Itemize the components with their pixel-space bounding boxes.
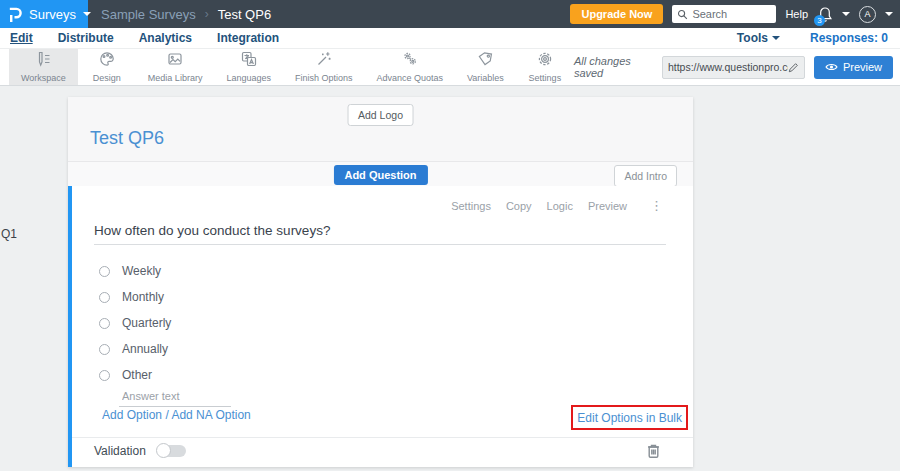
chevron-down-icon[interactable]: [885, 12, 893, 16]
red-highlight-box: Edit Options in Bulk: [571, 405, 688, 430]
toolbar-items: Workspace Design Media Library: [9, 49, 574, 85]
answer-option-row: Quarterly: [99, 316, 171, 330]
toolbar-item-label: Workspace: [21, 73, 66, 83]
add-question-row: Add Question Add Intro: [68, 161, 693, 186]
toolbar-item-label: Languages: [226, 73, 271, 83]
question-settings-link[interactable]: Settings: [451, 200, 491, 212]
tab-edit[interactable]: Edit: [10, 31, 33, 45]
nav-right: Tools Responses: 0: [737, 31, 888, 45]
add-question-button[interactable]: Add Question: [333, 165, 427, 185]
question-text-underline: [94, 244, 666, 245]
question-footer-divider: [72, 437, 693, 438]
answer-option-row: Weekly: [99, 264, 161, 278]
topbar-right: Upgrade Now Help 3 A: [570, 4, 900, 24]
breadcrumb: Sample Surveys › Test QP6: [101, 7, 271, 22]
workspace-icon: [35, 51, 51, 71]
delete-question-button[interactable]: [647, 443, 660, 458]
toolbar-item-finish-options[interactable]: Finish Options: [283, 49, 365, 85]
tab-distribute[interactable]: Distribute: [58, 31, 114, 45]
trash-icon: [647, 443, 660, 458]
tab-analytics[interactable]: Analytics: [139, 31, 192, 45]
answer-option-row: Monthly: [99, 290, 164, 304]
question-number-label: Q1: [1, 227, 17, 241]
radio-button[interactable]: [99, 292, 110, 303]
toolbar-item-label: Advance Quotas: [376, 73, 443, 83]
nav-row: Edit Distribute Analytics Integration To…: [0, 28, 900, 48]
toolbar-item-settings[interactable]: Settings: [516, 49, 574, 85]
search-box[interactable]: [672, 5, 776, 23]
translate-icon: [241, 51, 257, 71]
toolbar-item-label: Media Library: [148, 73, 203, 83]
breadcrumb-parent[interactable]: Sample Surveys: [101, 7, 196, 22]
toolbar-item-label: Finish Options: [295, 73, 353, 83]
toolbar-right: All changes saved Preview: [574, 49, 893, 85]
tools-menu-label: Tools: [737, 31, 768, 45]
other-answer-input[interactable]: [119, 388, 231, 407]
magic-wand-icon: [316, 51, 332, 71]
option-label[interactable]: Weekly: [122, 264, 161, 278]
breadcrumb-current: Test QP6: [218, 7, 271, 22]
preview-button[interactable]: Preview: [814, 56, 893, 79]
notification-count-badge: 3: [814, 15, 825, 26]
search-input[interactable]: [692, 8, 771, 20]
survey-url-box[interactable]: [662, 56, 805, 79]
option-label[interactable]: Monthly: [122, 290, 164, 304]
toolbar-item-media-library[interactable]: Media Library: [136, 49, 215, 85]
survey-url-input[interactable]: [668, 61, 788, 73]
radio-button[interactable]: [99, 370, 110, 381]
survey-header: Add Logo Test QP6: [68, 97, 693, 161]
question-logic-link[interactable]: Logic: [547, 200, 573, 212]
tab-integration[interactable]: Integration: [217, 31, 279, 45]
answer-option-row: Annually: [99, 342, 168, 356]
nav-tabs: Edit Distribute Analytics Integration: [10, 31, 279, 45]
question-text[interactable]: How often do you conduct the surveys?: [94, 223, 330, 238]
avatar[interactable]: A: [859, 6, 876, 23]
chevron-down-icon: [83, 12, 91, 16]
option-label[interactable]: Quarterly: [122, 316, 171, 330]
question-block: Settings Copy Logic Preview ⋮ How often …: [68, 186, 693, 467]
add-logo-button[interactable]: Add Logo: [347, 104, 414, 126]
toolbar-item-label: Design: [93, 73, 121, 83]
eye-icon: [825, 62, 838, 72]
upgrade-now-button[interactable]: Upgrade Now: [570, 4, 663, 24]
toolbar-item-variables[interactable]: Variables: [455, 49, 516, 85]
question-copy-link[interactable]: Copy: [506, 200, 532, 212]
chevron-down-icon[interactable]: [842, 12, 850, 16]
edit-options-in-bulk-link[interactable]: Edit Options in Bulk: [577, 411, 682, 425]
add-option-link[interactable]: Add Option / Add NA Option: [102, 408, 251, 422]
validation-toggle[interactable]: [156, 444, 187, 458]
search-icon: [677, 9, 688, 20]
responses-count[interactable]: Responses: 0: [810, 31, 888, 45]
toolbar-item-design[interactable]: Design: [78, 49, 136, 85]
save-status-text: All changes saved: [574, 55, 653, 79]
toolbar-item-label: Settings: [529, 73, 562, 83]
validation-label: Validation: [94, 444, 146, 458]
toolbar-item-advance-quotas[interactable]: Advance Quotas: [364, 49, 455, 85]
add-intro-button[interactable]: Add Intro: [614, 165, 677, 187]
survey-toolbar: Workspace Design Media Library: [0, 48, 900, 86]
radio-button[interactable]: [99, 318, 110, 329]
question-preview-link[interactable]: Preview: [588, 200, 627, 212]
help-link[interactable]: Help: [785, 8, 808, 20]
edit-url-pencil-icon[interactable]: [788, 62, 799, 73]
preview-button-label: Preview: [843, 61, 882, 73]
palette-icon: [99, 51, 115, 71]
option-label[interactable]: Other: [122, 368, 152, 382]
radio-button[interactable]: [99, 266, 110, 277]
survey-title[interactable]: Test QP6: [90, 128, 164, 149]
image-icon: [167, 51, 183, 71]
toolbar-item-workspace[interactable]: Workspace: [9, 49, 78, 85]
toolbar-item-languages[interactable]: Languages: [214, 49, 283, 85]
toolbar-item-label: Variables: [467, 73, 504, 83]
breadcrumb-separator-icon: ›: [205, 7, 209, 21]
notifications-button[interactable]: 3: [817, 6, 833, 23]
top-bar: Surveys Sample Surveys › Test QP6 Upgrad…: [0, 0, 900, 28]
radio-button[interactable]: [99, 344, 110, 355]
validation-row: Validation: [94, 444, 187, 458]
surveys-menu[interactable]: Surveys: [0, 0, 88, 28]
tools-menu[interactable]: Tools: [737, 31, 780, 45]
more-options-icon[interactable]: ⋮: [650, 201, 663, 211]
tag-icon: [477, 51, 493, 71]
option-label[interactable]: Annually: [122, 342, 168, 356]
surveys-menu-label: Surveys: [29, 7, 76, 22]
